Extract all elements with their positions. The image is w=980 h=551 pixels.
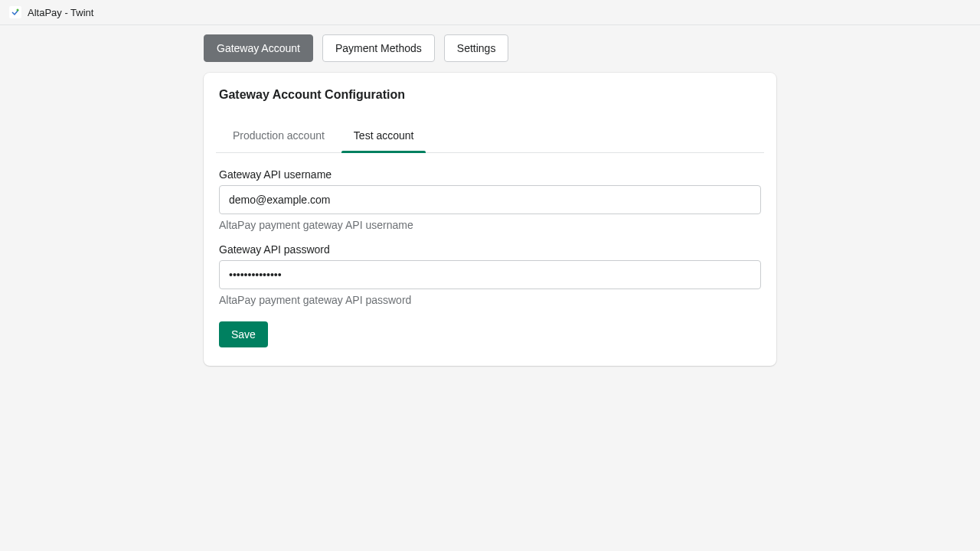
config-card: Gateway Account Configuration Production… [204, 73, 776, 366]
sub-tab-production[interactable]: Production account [220, 120, 337, 152]
password-input[interactable] [219, 260, 761, 289]
nav-tabs: Gateway Account Payment Methods Settings [204, 34, 776, 62]
tab-gateway-account[interactable]: Gateway Account [204, 34, 313, 62]
save-button[interactable]: Save [219, 321, 268, 347]
password-help: AltaPay payment gateway API password [219, 294, 761, 306]
username-help: AltaPay payment gateway API username [219, 219, 761, 231]
password-label: Gateway API password [219, 243, 761, 256]
main-container: Gateway Account Payment Methods Settings… [204, 25, 776, 375]
tab-settings[interactable]: Settings [444, 34, 509, 62]
card-title: Gateway Account Configuration [219, 88, 761, 102]
svg-point-1 [17, 9, 19, 11]
app-icon [9, 6, 21, 18]
username-label: Gateway API username [219, 168, 761, 181]
sub-tabs: Production account Test account [216, 120, 764, 153]
username-group: Gateway API username AltaPay payment gat… [219, 168, 761, 231]
username-input[interactable] [219, 185, 761, 214]
sub-tab-test[interactable]: Test account [341, 120, 426, 152]
tab-payment-methods[interactable]: Payment Methods [322, 34, 435, 62]
app-title: AltaPay - Twint [28, 7, 93, 18]
svg-rect-0 [9, 6, 21, 18]
top-bar: AltaPay - Twint [0, 0, 980, 25]
password-group: Gateway API password AltaPay payment gat… [219, 243, 761, 306]
